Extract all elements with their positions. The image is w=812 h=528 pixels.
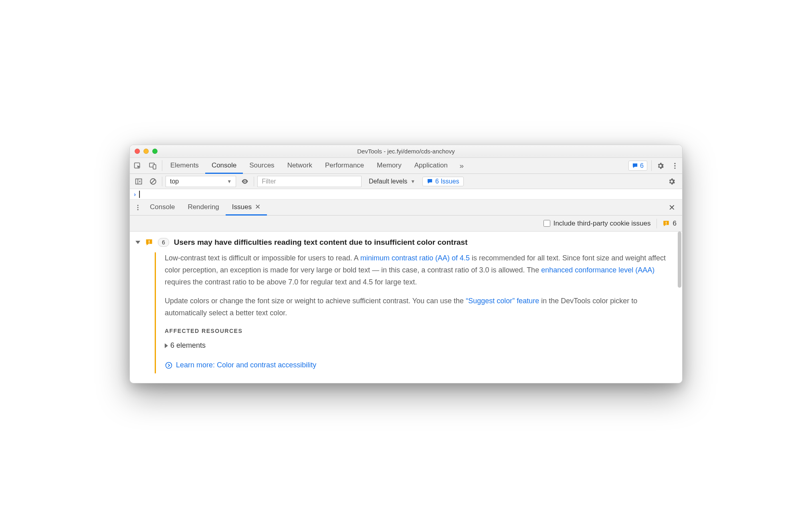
tab-memory[interactable]: Memory xyxy=(370,158,408,174)
divider xyxy=(656,219,657,228)
svg-rect-2 xyxy=(153,165,156,169)
issue-title: Users may have difficulties reading text… xyxy=(174,238,468,247)
link-suggest-color[interactable]: “Suggest color” feature xyxy=(466,297,539,305)
svg-point-10 xyxy=(137,209,139,210)
issues-badge[interactable]: 6 xyxy=(628,161,647,171)
link-enhanced-aaa[interactable]: enhanced conformance level (AAA) xyxy=(541,266,654,274)
issues-badge-count: 6 xyxy=(640,162,644,169)
issues-pane: 6 Users may have difficulties reading te… xyxy=(130,232,682,383)
issues-toolbar: Include third-party cookie issues 6 xyxy=(130,216,682,232)
context-selector[interactable]: top ▼ xyxy=(166,176,236,187)
console-settings-icon[interactable] xyxy=(666,176,677,187)
context-label: top xyxy=(170,178,179,185)
svg-point-9 xyxy=(137,207,139,208)
issues-link[interactable]: 6 Issues xyxy=(422,177,464,186)
divider xyxy=(162,160,162,171)
tab-sources[interactable]: Sources xyxy=(243,158,281,174)
log-levels-selector[interactable]: Default levels ▼ xyxy=(365,176,419,187)
issue-content: 6 Users may have difficulties reading te… xyxy=(130,232,682,383)
svg-point-5 xyxy=(674,167,675,169)
affected-resources-heading: AFFECTED RESOURCES xyxy=(165,326,674,336)
issue-paragraph-1: Low-contrast text is difficult or imposs… xyxy=(165,252,674,288)
issues-count-number: 6 xyxy=(673,220,677,228)
drawer-tabs: Console Rendering Issues ✕ ✕ xyxy=(130,200,682,216)
svg-rect-13 xyxy=(149,240,149,242)
issue-body: Low-contrast text is difficult or imposs… xyxy=(155,252,674,373)
scrollbar-thumb[interactable] xyxy=(678,232,681,288)
svg-point-8 xyxy=(137,205,139,206)
tab-performance[interactable]: Performance xyxy=(319,158,370,174)
clear-console-icon[interactable] xyxy=(147,176,159,187)
expand-icon[interactable] xyxy=(135,241,140,244)
svg-point-3 xyxy=(674,163,675,164)
divider xyxy=(162,177,162,186)
more-tabs-icon[interactable]: » xyxy=(454,158,469,173)
main-tabs: Elements Console Sources Network Perform… xyxy=(130,158,682,174)
settings-icon[interactable] xyxy=(653,158,668,173)
divider xyxy=(254,177,254,186)
issues-count: 6 xyxy=(663,220,677,228)
third-party-checkbox[interactable] xyxy=(543,220,550,227)
log-levels-label: Default levels xyxy=(369,178,407,185)
tab-network[interactable]: Network xyxy=(281,158,319,174)
divider xyxy=(651,160,652,171)
issue-count-pill: 6 xyxy=(158,238,169,247)
console-toolbar: top ▼ Default levels ▼ 6 Issues xyxy=(130,174,682,189)
titlebar: DevTools - jec.fyi/demo/cds-anchovy xyxy=(130,145,682,158)
arrow-circle-icon xyxy=(165,361,173,369)
svg-rect-14 xyxy=(149,243,149,244)
svg-rect-12 xyxy=(666,224,667,224)
third-party-text: Include third-party cookie issues xyxy=(553,220,651,228)
learn-more-label: Learn more: Color and contrast accessibi… xyxy=(176,359,316,371)
svg-rect-6 xyxy=(136,179,142,184)
issue-paragraph-2: Update colors or change the font size or… xyxy=(165,295,674,319)
link-min-contrast-aa[interactable]: minimum contrast ratio (AA) of 4.5 xyxy=(360,254,470,262)
third-party-checkbox-label[interactable]: Include third-party cookie issues xyxy=(543,220,651,228)
live-expression-icon[interactable] xyxy=(239,176,250,187)
close-drawer-icon[interactable]: ✕ xyxy=(664,200,680,215)
window-title: DevTools - jec.fyi/demo/cds-anchovy xyxy=(130,148,682,155)
tab-application[interactable]: Application xyxy=(408,158,454,174)
issues-link-label: 6 Issues xyxy=(435,178,459,185)
learn-more-link[interactable]: Learn more: Color and contrast accessibi… xyxy=(165,359,316,371)
device-toolbar-icon[interactable] xyxy=(145,158,160,173)
svg-point-4 xyxy=(674,165,675,166)
expand-icon[interactable] xyxy=(165,343,168,348)
drawer-tab-issues-label: Issues xyxy=(232,203,252,211)
close-tab-icon[interactable]: ✕ xyxy=(255,203,261,211)
warning-icon xyxy=(145,238,153,246)
drawer-tab-console[interactable]: Console xyxy=(143,200,181,216)
tab-console[interactable]: Console xyxy=(205,158,243,174)
text-cursor xyxy=(139,191,140,198)
filter-input[interactable] xyxy=(257,176,362,187)
svg-rect-11 xyxy=(666,222,667,223)
drawer-tab-issues[interactable]: Issues ✕ xyxy=(226,200,267,216)
svg-point-15 xyxy=(166,363,172,369)
affected-elements-row[interactable]: 6 elements xyxy=(165,340,674,352)
kebab-menu-icon[interactable] xyxy=(668,158,682,173)
console-prompt[interactable]: › xyxy=(130,189,682,200)
prompt-chevron-icon: › xyxy=(134,191,136,197)
tab-elements[interactable]: Elements xyxy=(164,158,205,174)
warning-icon xyxy=(663,220,670,227)
inspect-element-icon[interactable] xyxy=(130,158,145,173)
sidebar-toggle-icon[interactable] xyxy=(133,176,144,187)
drawer-tab-rendering[interactable]: Rendering xyxy=(181,200,225,216)
devtools-window: DevTools - jec.fyi/demo/cds-anchovy Elem… xyxy=(129,145,683,383)
drawer-menu-icon[interactable] xyxy=(132,200,143,215)
issue-header[interactable]: 6 Users may have difficulties reading te… xyxy=(135,238,674,247)
